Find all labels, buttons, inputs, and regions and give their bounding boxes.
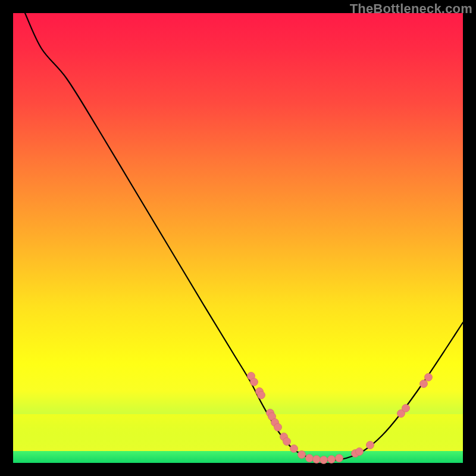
curve-marker bbox=[356, 448, 364, 456]
curve-marker bbox=[306, 455, 314, 462]
bottleneck-curve-svg bbox=[13, 13, 463, 463]
curve-marker bbox=[250, 378, 258, 386]
curve-marker bbox=[298, 451, 306, 459]
curve-marker bbox=[320, 456, 328, 464]
bottleneck-curve bbox=[25, 13, 463, 461]
curve-marker bbox=[420, 380, 428, 388]
chart-frame bbox=[13, 13, 463, 463]
curve-marker bbox=[336, 455, 343, 462]
curve-marker bbox=[367, 441, 374, 449]
curve-marker bbox=[290, 445, 298, 453]
gradient-background bbox=[13, 13, 463, 463]
curve-marker bbox=[313, 456, 321, 464]
curve-marker bbox=[328, 456, 336, 464]
curve-marker bbox=[402, 405, 410, 412]
curve-marker bbox=[258, 392, 265, 399]
curve-marker bbox=[283, 438, 291, 446]
marker-layer bbox=[248, 372, 433, 464]
curve-marker bbox=[274, 424, 282, 431]
curve-marker bbox=[425, 374, 433, 381]
